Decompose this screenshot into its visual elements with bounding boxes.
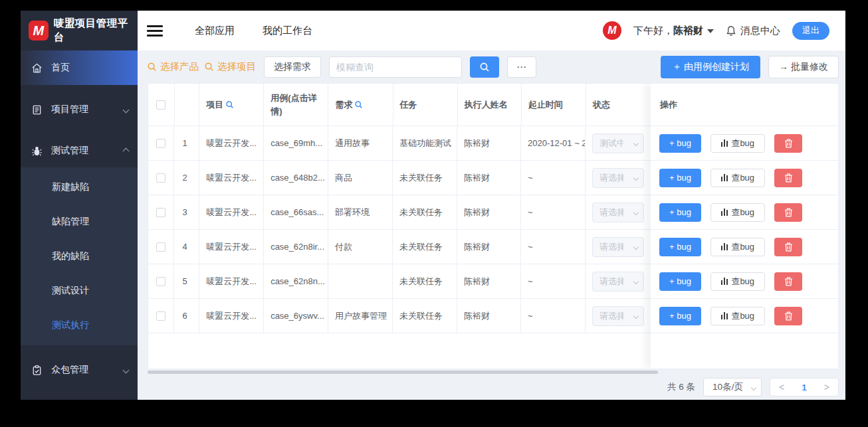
caret-down-icon [707,29,714,33]
sidebar-item-partial[interactable]: 结算管理 [21,393,138,400]
create-plan-from-case-button[interactable]: ＋ 由用例创建计划 [661,56,760,78]
status-select[interactable]: 请选择 [592,272,644,292]
brand: M 唛盟项目管理平台 [21,11,138,50]
row-actions: + bug 查bug [651,230,839,264]
sidebar-item-test-execution[interactable]: 测试执行 [21,308,138,343]
row-case-link[interactable]: case_62n8n... [264,264,328,298]
period-header: 起止时间 [522,84,586,126]
table-row: 5 唛盟云开发... case_62n8n... 未关联任务 陈裕财 ~ 请选择 [148,264,651,299]
status-select[interactable]: 请选择 [592,306,644,326]
row-checkbox[interactable] [156,173,165,183]
more-filters-button[interactable]: ⋯ [507,56,536,78]
delete-button[interactable] [774,134,802,153]
sidebar-item-new-defect[interactable]: 新建缺陷 [21,170,138,205]
row-actions: + bug 查bug [651,299,839,333]
view-bug-button[interactable]: 查bug [710,134,765,153]
row-case-link[interactable]: case_6yswv... [264,299,328,333]
row-checkbox[interactable] [156,208,165,217]
row-period: ~ [521,230,586,264]
view-bug-button[interactable]: 查bug [710,238,765,256]
status-select[interactable]: 测试中 [592,133,644,153]
prev-page-button[interactable]: < [779,382,784,392]
add-bug-button[interactable]: + bug [659,272,701,291]
delete-button[interactable] [774,238,802,256]
user-greeting[interactable]: 下午好，陈裕财 [633,25,714,37]
sidebar-item-my-defects[interactable]: 我的缺陷 [21,239,138,274]
delete-button[interactable] [774,272,802,291]
chevron-down-icon [633,244,639,249]
search-icon [147,62,157,72]
delete-button[interactable] [774,169,802,187]
batch-edit-button[interactable]: → 批量修改 [768,56,839,78]
page-size-select[interactable]: 10条/页 [703,378,762,396]
delete-button[interactable] [774,203,802,222]
sidebar-item-defect-management[interactable]: 缺陷管理 [21,205,138,239]
search-button[interactable] [470,56,499,78]
select-project-link[interactable]: 选择项目 [204,60,256,73]
case-header: 用例(点击详情) [264,84,328,126]
row-requirement: 商品 [328,161,393,195]
status-select[interactable]: 请选择 [592,168,644,188]
horizontal-scrollbar[interactable] [148,371,658,374]
task-header: 任务 [393,84,458,126]
select-all-checkbox[interactable] [156,100,165,110]
row-case-link[interactable]: case_69mh... [264,126,328,160]
column-search-icon[interactable] [354,100,363,109]
sidebar-item-label: 项目管理 [51,104,88,116]
row-requirement: 用户故事管理 [328,299,393,333]
hamburger-menu-icon[interactable] [147,25,163,37]
executor-header: 执行人姓名 [458,84,522,126]
sidebar-item-test-management[interactable]: 测试管理 [21,134,138,167]
sidebar-item-project-management[interactable]: 项目管理 [21,93,138,126]
app-title: 唛盟项目管理平台 [54,17,138,44]
row-checkbox[interactable] [156,311,165,321]
add-bug-button[interactable]: + bug [659,238,701,256]
view-bug-button[interactable]: 查bug [710,307,765,325]
view-bug-button[interactable]: 查bug [710,272,765,291]
trash-icon [784,311,793,321]
sidebar: 首页 项目管理 测试管理 新建缺陷 缺陷管理 我的缺陷 测试设计 测试执行 众包… [21,50,138,400]
top-nav: 全部应用 我的工作台 [195,25,312,37]
message-center[interactable]: 消息中心 [726,25,780,37]
filter-toolbar: 选择产品 选择项目 选择需求 ⋯ ＋ 由用例创建计划 → 批量修改 [138,50,845,83]
column-search-icon[interactable] [225,100,234,109]
chevron-down-icon [633,313,639,318]
row-checkbox[interactable] [156,242,165,252]
view-bug-button[interactable]: 查bug [710,169,765,187]
clipboard-icon [31,365,43,376]
nav-my-workbench[interactable]: 我的工作台 [263,25,312,37]
logout-button[interactable]: 退出 [792,22,829,40]
add-bug-button[interactable]: + bug [659,307,701,325]
row-checkbox[interactable] [156,139,165,148]
add-bug-button[interactable]: + bug [659,203,701,222]
delete-button[interactable] [774,307,802,325]
row-case-link[interactable]: case_648b2... [264,161,328,195]
fuzzy-search-input[interactable] [329,56,462,78]
sidebar-item-home[interactable]: 首页 [21,50,138,85]
sidebar-item-test-design[interactable]: 测试设计 [21,274,138,308]
sidebar-item-crowdsourcing-management[interactable]: 众包管理 [21,353,138,386]
view-bug-button[interactable]: 查bug [710,203,765,222]
next-page-button[interactable]: > [824,382,829,392]
select-requirement-button[interactable]: 选择需求 [264,56,321,78]
add-bug-button[interactable]: + bug [659,134,701,153]
app-window: M 唛盟项目管理平台 全部应用 我的工作台 M 下午好，陈裕财 消息中心 退出 … [21,11,845,400]
bar-chart-icon [721,139,728,147]
status-select[interactable]: 请选择 [592,237,644,257]
index-header [175,84,200,126]
row-case-link[interactable]: case_62n8ir... [264,230,328,264]
row-period: 2020-12-01 ~ 20 [521,126,586,160]
table-row: 2 唛盟云开发... case_648b2... 商品 未关联任务 陈裕财 ~ … [148,161,651,195]
avatar[interactable]: M [603,21,621,40]
row-index: 5 [174,264,199,298]
trash-icon [784,208,793,217]
row-checkbox[interactable] [156,277,165,286]
current-page[interactable]: 1 [802,383,807,392]
add-bug-button[interactable]: + bug [659,169,701,187]
row-case-link[interactable]: case_66sas... [264,195,328,229]
row-task: 基础功能测试 [393,126,457,160]
sidebar-item-label: 首页 [51,62,70,74]
nav-all-apps[interactable]: 全部应用 [195,25,235,37]
status-select[interactable]: 请选择 [592,203,644,222]
select-product-link[interactable]: 选择产品 [147,60,199,73]
